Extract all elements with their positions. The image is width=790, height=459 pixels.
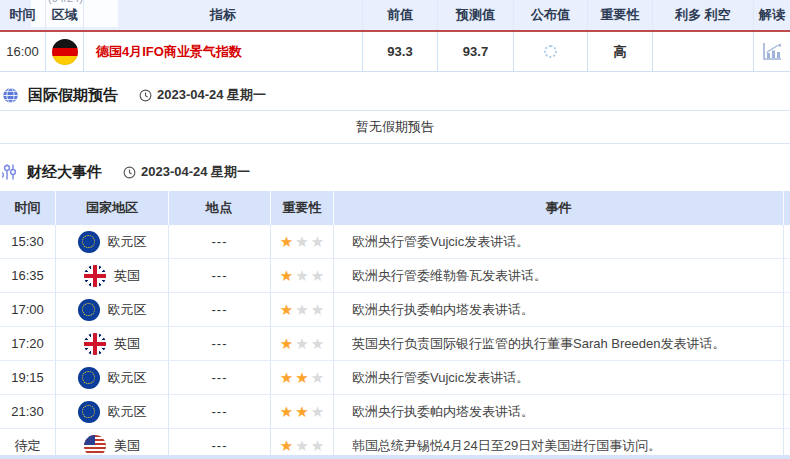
germany-flag-icon xyxy=(52,39,78,65)
indicator-row[interactable]: 16:00 德国4月IFO商业景气指数 93.3 93.7 高 xyxy=(0,32,790,72)
indicator-forecast-value: 93.7 xyxy=(437,32,513,71)
star-icon xyxy=(280,302,293,317)
star-icon xyxy=(311,336,324,351)
country-flag-icon xyxy=(84,435,106,457)
column-header-bull-bear: 利多 利空 xyxy=(652,0,753,30)
event-row[interactable]: 21:30 欧元区 --- 欧洲央行执委帕内塔发表讲话。 xyxy=(0,395,790,429)
economic-calendar-screen: (04/24) 时间 区域 指标 前值 预测值 公布值 重要性 利多 利空 解读… xyxy=(0,0,790,459)
importance-stars xyxy=(270,259,333,292)
column-header-time: 时间 xyxy=(0,191,55,225)
holiday-section-title-row: 国际假期预告 2023-04-24 星期一 xyxy=(0,86,790,104)
importance-stars xyxy=(270,327,333,360)
loading-spinner-icon xyxy=(544,45,557,58)
event-row[interactable]: 15:30 欧元区 --- 欧洲央行管委Vujcic发表讲话。 xyxy=(0,225,790,259)
event-country: 英国 xyxy=(55,327,168,360)
column-header-region: 区域 xyxy=(45,0,83,30)
column-filler xyxy=(783,395,790,428)
events-section: 财经大事件 2023-04-24 星期一 时间 国家地区 地点 重要性 事件 1… xyxy=(0,163,790,459)
holiday-section-title: 国际假期预告 xyxy=(28,86,118,105)
sliders-icon xyxy=(2,163,18,181)
star-icon xyxy=(311,268,324,283)
importance-stars xyxy=(270,293,333,326)
clock-icon xyxy=(123,166,136,179)
column-header-time: 时间 xyxy=(0,0,45,30)
indicator-importance: 高 xyxy=(587,32,652,71)
star-icon xyxy=(280,234,293,249)
country-flag-icon xyxy=(78,401,100,423)
indicator-region xyxy=(45,32,83,71)
indicator-bull-bear-cell xyxy=(652,32,753,71)
events-date-wrap: 2023-04-24 星期一 xyxy=(123,163,250,181)
event-location: --- xyxy=(168,361,270,394)
indicator-name-link[interactable]: 德国4月IFO商业景气指数 xyxy=(96,43,242,61)
events-section-title-row: 财经大事件 2023-04-24 星期一 xyxy=(0,163,790,181)
country-flag-icon xyxy=(84,333,106,355)
star-icon xyxy=(311,302,324,317)
star-icon xyxy=(311,404,324,419)
events-table: 时间 国家地区 地点 重要性 事件 15:30 欧元区 --- 欧洲央行管委Vu… xyxy=(0,191,790,459)
star-icon xyxy=(311,234,324,249)
star-icon xyxy=(280,438,293,453)
events-date: 2023-04-24 星期一 xyxy=(141,163,250,181)
column-header-location: 地点 xyxy=(168,191,270,225)
event-time: 21:30 xyxy=(0,395,55,428)
column-filler xyxy=(783,327,790,360)
event-country: 欧元区 xyxy=(55,293,168,326)
indicator-table-header: 时间 区域 指标 前值 预测值 公布值 重要性 利多 利空 解读 xyxy=(0,0,790,30)
country-flag-icon xyxy=(78,299,100,321)
event-row[interactable]: 17:00 欧元区 --- 欧洲央行执委帕内塔发表讲话。 xyxy=(0,293,790,327)
chart-interpret-icon[interactable] xyxy=(762,42,782,61)
column-header-importance: 重要性 xyxy=(587,0,652,30)
star-icon xyxy=(280,268,293,283)
holiday-empty-box: 暂无假期预告 xyxy=(0,110,790,144)
star-icon xyxy=(295,234,308,249)
column-header-previous: 前值 xyxy=(362,0,437,30)
holiday-section: 国际假期预告 2023-04-24 星期一 暂无假期预告 xyxy=(0,86,790,144)
star-icon xyxy=(280,336,293,351)
event-description: 欧洲央行管委维勒鲁瓦发表讲话。 xyxy=(333,259,783,292)
events-section-title: 财经大事件 xyxy=(27,163,102,182)
star-icon xyxy=(280,370,293,385)
event-country: 英国 xyxy=(55,259,168,292)
event-location: --- xyxy=(168,327,270,360)
event-location: --- xyxy=(168,293,270,326)
column-header-importance: 重要性 xyxy=(270,191,333,225)
column-filler xyxy=(783,191,790,225)
country-flag-icon xyxy=(78,231,100,253)
country-name: 欧元区 xyxy=(108,403,147,421)
column-header-indicator: 指标 xyxy=(83,0,362,30)
event-time: 17:20 xyxy=(0,327,55,360)
event-row[interactable]: 16:35 英国 --- 欧洲央行管委维勒鲁瓦发表讲话。 xyxy=(0,259,790,293)
event-country: 欧元区 xyxy=(55,361,168,394)
events-table-header: 时间 国家地区 地点 重要性 事件 xyxy=(0,191,790,225)
event-location: --- xyxy=(168,259,270,292)
column-header-country: 国家地区 xyxy=(55,191,168,225)
importance-stars xyxy=(270,395,333,428)
star-icon xyxy=(295,370,308,385)
event-time: 17:00 xyxy=(0,293,55,326)
country-name: 英国 xyxy=(114,335,140,353)
star-icon xyxy=(311,370,324,385)
indicator-name-cell: 德国4月IFO商业景气指数 xyxy=(83,32,362,71)
country-name: 欧元区 xyxy=(108,233,147,251)
country-name: 美国 xyxy=(114,437,140,455)
column-header-forecast: 预测值 xyxy=(437,0,513,30)
star-icon xyxy=(280,404,293,419)
event-row[interactable]: 19:15 欧元区 --- 欧洲央行管委Vujcic发表讲话。 xyxy=(0,361,790,395)
importance-stars xyxy=(270,361,333,394)
event-country: 欧元区 xyxy=(55,225,168,258)
next-table-header-strip xyxy=(0,455,790,459)
event-row[interactable]: 17:20 英国 --- 英国央行负责国际银行监管的执行董事Sarah Bree… xyxy=(0,327,790,361)
event-description: 欧洲央行管委Vujcic发表讲话。 xyxy=(333,225,783,258)
star-icon xyxy=(295,438,308,453)
column-filler xyxy=(783,225,790,258)
country-name: 英国 xyxy=(114,267,140,285)
column-header-event: 事件 xyxy=(333,191,783,225)
indicator-previous-value: 93.3 xyxy=(362,32,437,71)
event-time: 15:30 xyxy=(0,225,55,258)
clock-icon xyxy=(139,89,152,102)
column-filler xyxy=(783,259,790,292)
event-description: 英国央行负责国际银行监管的执行董事Sarah Breeden发表讲话。 xyxy=(333,327,783,360)
indicator-published-cell xyxy=(513,32,587,71)
event-location: --- xyxy=(168,225,270,258)
